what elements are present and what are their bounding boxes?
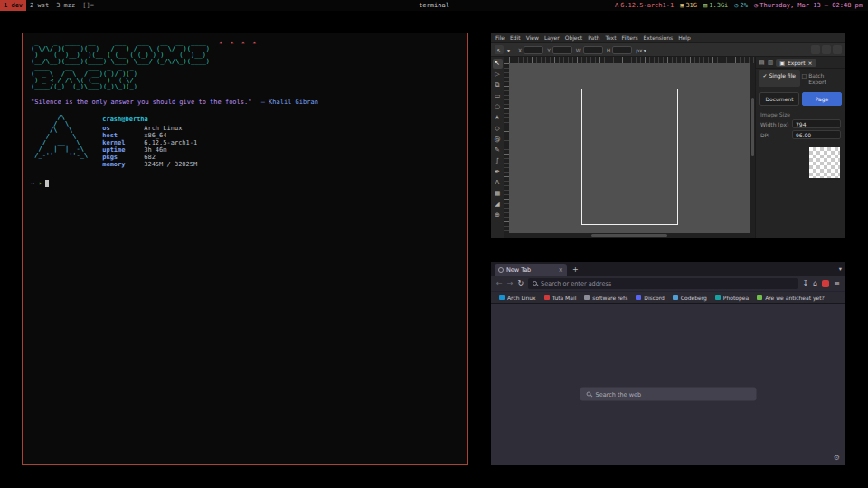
bookmark-tuta-mail[interactable]: Tuta Mail — [544, 295, 577, 301]
ellipse-tool[interactable]: ○ — [493, 102, 503, 112]
spiral-tool[interactable]: @ — [493, 135, 503, 145]
menu-path[interactable]: Path — [588, 34, 599, 41]
browser-tab[interactable]: New Tab × — [495, 264, 567, 276]
canvas[interactable] — [509, 63, 750, 233]
transform-option-icon-3[interactable] — [833, 45, 842, 54]
selection-mode-icon[interactable]: ↖ — [495, 45, 504, 54]
workspace-tag-2[interactable]: 2 wst — [26, 0, 52, 11]
export-tab[interactable]: ▣ Export × — [776, 59, 816, 67]
browser-navbar: ← → ↻ Search or enter address ↧ ⌂ ≡ — [491, 276, 845, 291]
menu-text[interactable]: Text — [605, 34, 616, 41]
kernel-icon: Λ — [615, 2, 618, 9]
zoom-tool[interactable]: ⊕ — [493, 211, 503, 221]
menu-extensions[interactable]: Extensions — [644, 34, 674, 41]
bookmark-anticheat[interactable]: Are we anticheat yet? — [757, 295, 825, 301]
menu-edit[interactable]: Edit — [510, 34, 521, 41]
disk-text: 31G — [685, 2, 697, 9]
export-tab-close-icon[interactable]: × — [808, 60, 813, 66]
bookmark-photopea[interactable]: Photopea — [715, 295, 749, 301]
calligraphy-tool[interactable]: ✒ — [493, 167, 503, 177]
shape-builder-tool[interactable]: ⧉ — [493, 80, 503, 90]
dock-tab-bar: ▤ ▥ ▣ Export × — [756, 57, 845, 69]
bookmark-arch-linux[interactable]: Arch Linux — [499, 295, 536, 301]
text-tool[interactable]: A — [493, 178, 503, 188]
hscroll-thumb[interactable] — [591, 234, 666, 237]
menu-help[interactable]: Help — [678, 34, 691, 41]
h-input[interactable] — [612, 46, 632, 54]
layout-indicator[interactable]: []= — [79, 0, 98, 11]
back-button[interactable]: ← — [496, 280, 503, 287]
disk-module: ▣ 31G — [680, 2, 697, 9]
list-all-tabs-icon[interactable]: ▾ — [839, 266, 842, 273]
workspace-tag-1[interactable]: 1 dev — [0, 0, 26, 11]
new-tab-button[interactable]: + — [572, 266, 579, 274]
codeberg-favicon — [673, 295, 678, 300]
fetch-value-uptime: 3h 46m — [144, 146, 166, 154]
menu-filters[interactable]: Filters — [622, 34, 638, 41]
selection-dropdown-icon[interactable]: ▾ — [507, 47, 510, 53]
document-page[interactable] — [581, 89, 678, 224]
node-tool[interactable]: ▷ — [493, 70, 503, 80]
transform-option-icon-1[interactable] — [811, 45, 820, 54]
square-icon: □ — [802, 72, 807, 85]
star-tool[interactable]: ★ — [493, 113, 503, 123]
fetch-value-os: Arch Linux — [144, 125, 182, 132]
unit-dropdown[interactable]: px ▾ — [636, 47, 646, 53]
pen-tool[interactable]: ∫ — [493, 156, 503, 166]
box-3d-tool[interactable]: ◇ — [493, 124, 503, 134]
dpi-label: DPI — [760, 132, 789, 138]
memory-text: 1.3Gi — [709, 2, 728, 9]
batch-export-tab[interactable]: □ Batch Export — [802, 70, 844, 87]
terminal-window[interactable]: _ _ ____ __ ___ ___ __ __ ____ ( \/\/ )(… — [22, 33, 468, 465]
downloads-icon[interactable]: ↧ — [803, 280, 809, 287]
address-bar[interactable]: Search or enter address — [528, 278, 797, 289]
rectangle-tool[interactable]: ▭ — [493, 91, 503, 101]
export-page-button[interactable]: Page — [802, 92, 842, 106]
bookmark-codeberg[interactable]: Codeberg — [673, 295, 707, 301]
vscroll-thumb[interactable] — [751, 98, 754, 157]
transform-options — [811, 45, 842, 54]
menu-layer[interactable]: Layer — [544, 34, 560, 41]
home-icon[interactable]: ⌂ — [813, 280, 817, 287]
bookmark-discord[interactable]: Discord — [636, 295, 665, 301]
tab-close-icon[interactable]: × — [559, 267, 563, 274]
workspace-tag-3[interactable]: 3 mzz — [52, 0, 79, 11]
canvas-horizontal-scrollbar[interactable] — [504, 233, 755, 238]
tool-controls-bar: ↖ ▾ X Y W H px ▾ — [491, 42, 845, 57]
forward-button[interactable]: → — [507, 280, 514, 287]
canvas-vertical-scrollbar[interactable] — [750, 63, 755, 233]
horizontal-ruler[interactable] — [509, 57, 755, 63]
x-input[interactable] — [524, 46, 543, 54]
menu-file[interactable]: File — [495, 34, 505, 41]
prompt-symbol: › — [38, 180, 42, 187]
shell-prompt[interactable]: ~ › — [31, 180, 459, 187]
bookmark-label: Discord — [644, 295, 665, 301]
swatches-dialog-icon[interactable]: ▤ — [759, 59, 765, 66]
y-input[interactable] — [552, 46, 572, 54]
web-search-input[interactable]: Search the web — [580, 388, 757, 401]
extension-icon[interactable] — [822, 280, 829, 287]
menu-view[interactable]: View — [526, 34, 539, 41]
tab-title: New Tab — [506, 267, 556, 274]
y-field: Y — [547, 46, 572, 54]
single-file-label: Single file — [769, 72, 797, 85]
export-width-input[interactable]: 794 — [792, 119, 841, 128]
reload-button[interactable]: ↻ — [517, 280, 524, 287]
image-size-label: Image Size — [756, 108, 845, 118]
menu-icon[interactable]: ≡ — [834, 280, 840, 287]
personalize-gear-icon[interactable]: ⚙ — [834, 454, 840, 462]
bookmark-software-refs[interactable]: software refs — [584, 295, 627, 301]
pencil-tool[interactable]: ✎ — [493, 145, 503, 155]
document-properties-icon[interactable]: ▥ — [768, 59, 774, 66]
status-bar: 1 dev 2 wst 3 mzz []= terminal Λ 6.12.5-… — [0, 0, 868, 11]
export-dpi-input[interactable]: 96.00 — [792, 130, 841, 139]
export-document-button[interactable]: Document — [760, 92, 799, 106]
dropper-tool[interactable]: ◢ — [493, 200, 503, 210]
transform-option-icon-2[interactable] — [822, 45, 831, 54]
gradient-tool[interactable]: ▦ — [493, 189, 503, 199]
single-file-tab[interactable]: ✓ Single file — [759, 70, 800, 87]
clock-text: Thursday, Mar 13 — 02:48 pm — [760, 2, 863, 9]
menu-object[interactable]: Object — [565, 34, 583, 41]
w-input[interactable] — [583, 46, 603, 54]
selector-tool[interactable]: ↖ — [493, 59, 503, 69]
